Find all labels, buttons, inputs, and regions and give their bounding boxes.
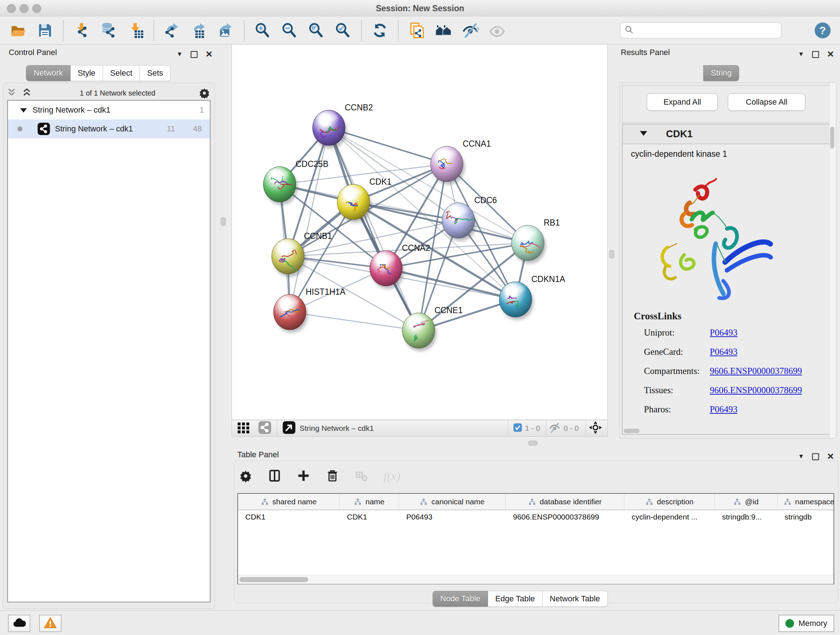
- node-CCNB2[interactable]: [313, 110, 347, 149]
- left-splitter-handle[interactable]: [221, 217, 226, 226]
- help-button[interactable]: ?: [815, 22, 831, 38]
- export-network-icon[interactable]: [164, 22, 181, 39]
- node-CCNE1[interactable]: [402, 313, 437, 351]
- result-item-header[interactable]: CDK1: [622, 124, 832, 144]
- network-canvas[interactable]: CCNB2CCNA1CDC25BCDK1CDC6RB1CCNB1CCNA2CDK…: [232, 44, 608, 420]
- control-panel-close-icon[interactable]: ✕: [205, 49, 213, 59]
- save-session-icon[interactable]: [36, 22, 54, 39]
- horizontal-splitter-handle[interactable]: [528, 440, 538, 446]
- import-table-file-icon[interactable]: [126, 22, 144, 39]
- cloud-button[interactable]: [8, 615, 30, 632]
- network-tree-toolbar: 1 of 1 Network selected: [6, 87, 210, 99]
- node-CCNA2[interactable]: [370, 250, 404, 289]
- network-collection-row[interactable]: String Network – cdk1 1: [8, 101, 210, 119]
- tab-edge-table[interactable]: Edge Table: [488, 591, 543, 607]
- zoom-in-icon[interactable]: [254, 22, 271, 39]
- table-hscroll-track[interactable]: [238, 575, 834, 584]
- result-expand-icon[interactable]: [640, 131, 647, 137]
- zoom-out-icon[interactable]: [281, 22, 298, 39]
- show-graphics-details-icon[interactable]: [435, 22, 452, 39]
- column-header-name[interactable]: name: [340, 494, 399, 510]
- control-panel-tabs: NetworkStyleSelectSets: [26, 65, 171, 81]
- tab-style[interactable]: Style: [71, 65, 103, 81]
- control-panel-menu-icon[interactable]: ▼: [177, 51, 183, 58]
- export-table-icon[interactable]: [190, 22, 208, 39]
- results-vscroll-thumb[interactable]: [830, 127, 834, 149]
- collapse-all-button[interactable]: Collapse All: [728, 93, 805, 111]
- tab-network-table[interactable]: Network Table: [543, 591, 608, 607]
- network-view-share-icon[interactable]: [258, 421, 272, 436]
- grid-view-icon[interactable]: [237, 421, 250, 435]
- search-input[interactable]: [636, 26, 781, 35]
- table-row[interactable]: CDK1CDK1P064939606.ENSP00000378699cyclin…: [238, 510, 834, 524]
- tab-select[interactable]: Select: [103, 65, 140, 81]
- delete-table-icon[interactable]: [355, 469, 368, 484]
- table-hscroll-thumb[interactable]: [240, 577, 308, 582]
- birds-eye-view-icon[interactable]: [589, 421, 602, 436]
- delete-column-icon[interactable]: [325, 469, 339, 484]
- refresh-layout-icon[interactable]: [371, 22, 388, 39]
- hidden-eye-slash-icon[interactable]: [548, 421, 561, 435]
- selected-checkbox-icon[interactable]: [513, 423, 522, 433]
- open-session-icon[interactable]: [9, 22, 27, 39]
- node-CDC25B[interactable]: [264, 166, 298, 205]
- expand-all-icon[interactable]: [22, 88, 32, 98]
- edge-CCNB2-CCNE1[interactable]: [329, 128, 418, 331]
- detach-view-icon[interactable]: [282, 421, 296, 436]
- crosslink-link[interactable]: P06493: [710, 404, 737, 415]
- import-network-file-icon[interactable]: [73, 22, 90, 39]
- column-header-description[interactable]: description: [624, 494, 715, 510]
- node-CDK1[interactable]: [337, 184, 371, 223]
- node-CDC6[interactable]: [442, 203, 477, 241]
- zoom-fit-icon[interactable]: [308, 22, 325, 39]
- network-row[interactable]: String Network – cdk1 11 48: [8, 119, 210, 138]
- hide-selected-icon[interactable]: [462, 22, 479, 39]
- export-image-icon[interactable]: [217, 22, 234, 39]
- node-CDKN1A[interactable]: [499, 282, 534, 320]
- new-network-from-selection-icon[interactable]: [408, 22, 425, 39]
- column-header-namespace[interactable]: namespace: [777, 494, 840, 510]
- column-header-database-identifier[interactable]: database identifier: [506, 494, 624, 510]
- crosslink-link[interactable]: 9606.ENSP00000378699: [710, 385, 802, 395]
- tab-network[interactable]: Network: [26, 65, 71, 81]
- collapse-all-icon[interactable]: [6, 88, 17, 98]
- edge-CCNB2-HIST1H1A[interactable]: [290, 128, 329, 312]
- control-panel-float-icon[interactable]: [191, 51, 197, 58]
- crosslink-link[interactable]: P06493: [710, 328, 737, 338]
- node-RB1[interactable]: [512, 225, 546, 264]
- show-all-icon[interactable]: [488, 22, 506, 39]
- expand-all-button[interactable]: Expand All: [647, 93, 718, 111]
- tab-sets[interactable]: Sets: [140, 65, 171, 81]
- memory-button[interactable]: Memory: [778, 615, 834, 632]
- function-builder-icon[interactable]: f(x): [384, 470, 401, 483]
- column-header-canonical-name[interactable]: canonical name: [399, 494, 506, 510]
- add-column-icon[interactable]: [297, 469, 310, 484]
- results-panel-menu-icon[interactable]: ▼: [798, 51, 804, 58]
- tab-node-table[interactable]: Node Table: [433, 591, 488, 607]
- results-panel-close-icon[interactable]: ✕: [827, 49, 834, 59]
- column-header-shared-name[interactable]: shared name: [238, 494, 340, 510]
- crosslink-link[interactable]: 9606.ENSP00000378699: [710, 366, 802, 376]
- node-CCNA1[interactable]: [431, 146, 465, 185]
- crosslink-link[interactable]: P06493: [710, 347, 737, 357]
- network-options-gear-icon[interactable]: [198, 86, 210, 100]
- warning-button[interactable]: [39, 615, 62, 632]
- results-hscroll-thumb[interactable]: [624, 429, 639, 433]
- table-panel-close-icon[interactable]: ✕: [827, 451, 834, 462]
- show-columns-icon[interactable]: [268, 469, 281, 484]
- collection-expand-icon[interactable]: [20, 105, 27, 115]
- zoom-selected-icon[interactable]: [334, 22, 352, 39]
- edge-HIST1H1A-CCNE1[interactable]: [290, 312, 418, 331]
- window-zoom-button[interactable]: [32, 4, 41, 13]
- window-minimize-button[interactable]: [19, 4, 28, 13]
- tab-string[interactable]: String: [703, 65, 739, 81]
- table-panel-menu-icon[interactable]: ▼: [798, 453, 804, 460]
- results-panel-float-icon[interactable]: [812, 51, 819, 58]
- right-splitter-handle[interactable]: [609, 250, 614, 258]
- window-close-button[interactable]: [7, 4, 16, 13]
- table-panel-float-icon[interactable]: [812, 453, 819, 460]
- table-gear-icon[interactable]: [239, 469, 253, 484]
- column-header-id[interactable]: @id: [715, 494, 777, 510]
- node-HIST1H1A[interactable]: [273, 295, 308, 333]
- import-network-database-icon[interactable]: [100, 22, 117, 39]
